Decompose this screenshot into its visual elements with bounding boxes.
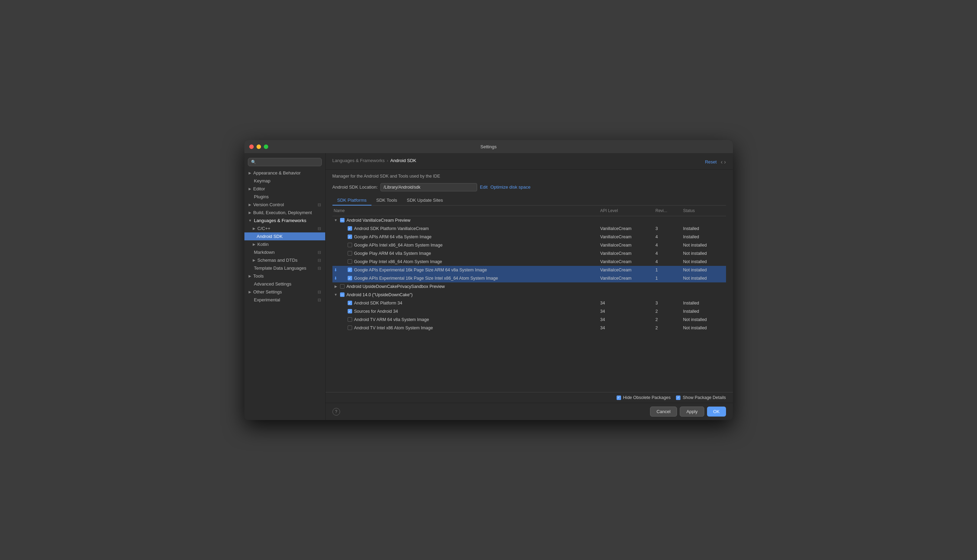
sidebar-item-appearance[interactable]: ▶ Appearance & Behavior xyxy=(244,169,325,177)
row-checkbox[interactable]: ✓ xyxy=(348,276,352,280)
sidebar-item-editor[interactable]: ▶ Editor xyxy=(244,185,325,193)
row-name: Android UpsideDownCakePrivacySandbox Pre… xyxy=(346,284,445,289)
chevron-icon: ▶ xyxy=(253,227,256,230)
table-row[interactable]: ⬇ ✓ Google APIs Experimental 16k Page Si… xyxy=(333,274,726,282)
sidebar-item-keymap[interactable]: Keymap xyxy=(244,177,325,185)
tab-sdk-platforms[interactable]: SDK Platforms xyxy=(333,195,371,205)
sidebar-item-build[interactable]: ▶ Build, Execution, Deployment xyxy=(244,208,325,217)
table-row[interactable]: ▼ — Android VanillaIceCream Preview xyxy=(333,216,726,225)
sidebar-item-version-control[interactable]: ▶ Version Control ⊟ xyxy=(244,201,325,208)
row-rev: 4 xyxy=(656,235,683,239)
search-input[interactable] xyxy=(258,160,319,165)
table-row[interactable]: ✓ Sources for Android 34 34 2 Installed xyxy=(333,307,726,315)
row-name: Google Play ARM 64 v8a System Image xyxy=(354,251,431,256)
row-checkbox[interactable]: ✓ xyxy=(348,309,352,313)
edit-button[interactable]: Edit xyxy=(480,185,487,190)
footer-buttons: Cancel Apply OK xyxy=(650,407,726,417)
sidebar-item-android-sdk[interactable]: Android SDK xyxy=(244,232,325,240)
sidebar-item-advanced[interactable]: Advanced Settings xyxy=(244,280,325,288)
table-row[interactable]: ⬇ ✓ Google APIs Experimental 16k Page Si… xyxy=(333,266,726,274)
table-row[interactable]: ▶ Android UpsideDownCakePrivacySandbox P… xyxy=(333,282,726,291)
name-cell: ✓ Google APIs ARM 64 v8a System Image xyxy=(334,235,601,239)
sdk-location-row: Android SDK Location: Edit Optimize disk… xyxy=(333,183,726,192)
sidebar-item-label: Other Settings xyxy=(253,289,282,295)
name-cell: ✓ Android SDK Platform 34 xyxy=(334,301,601,305)
minimize-button[interactable] xyxy=(256,145,261,149)
tab-sdk-update-sites[interactable]: SDK Update Sites xyxy=(402,195,448,205)
name-cell: ✓ Android SDK Platform VanillaIceCream xyxy=(334,226,601,231)
expand-icon[interactable]: ▶ xyxy=(334,285,338,288)
apply-button[interactable]: Apply xyxy=(680,407,704,417)
row-rev: 3 xyxy=(656,226,683,231)
group-checkbox[interactable] xyxy=(340,284,345,288)
window-icon: ⊟ xyxy=(318,298,321,302)
table-row[interactable]: ▼ — Android 14.0 ("UpsideDownCake") xyxy=(333,291,726,299)
table-row[interactable]: Android TV Intel x86 Atom System Image 3… xyxy=(333,324,726,332)
table-row[interactable]: ✓ Google APIs ARM 64 v8a System Image Va… xyxy=(333,233,726,241)
sidebar-item-template[interactable]: Template Data Languages ⊟ xyxy=(244,264,325,272)
sidebar-item-other[interactable]: ▶ Other Settings ⊟ xyxy=(244,288,325,296)
name-cell: ⬇ ✓ Google APIs Experimental 16k Page Si… xyxy=(334,268,601,272)
name-cell: Google APIs Intel x86_64 Atom System Ima… xyxy=(334,243,601,248)
row-name: Google APIs ARM 64 v8a System Image xyxy=(354,235,432,239)
reset-button[interactable]: Reset xyxy=(705,159,717,165)
row-checkbox[interactable] xyxy=(348,317,352,322)
sidebar-item-schemas[interactable]: ▶ Schemas and DTDs ⊟ xyxy=(244,256,325,264)
row-checkbox[interactable]: ✓ xyxy=(348,235,352,239)
chevron-icon: ▶ xyxy=(249,211,251,215)
maximize-button[interactable] xyxy=(264,145,268,149)
forward-button[interactable]: › xyxy=(724,159,726,165)
show-package-option[interactable]: ✓ Show Package Details xyxy=(676,395,726,400)
cancel-button[interactable]: Cancel xyxy=(650,407,677,417)
optimize-disk-button[interactable]: Optimize disk space xyxy=(490,185,530,190)
table-row[interactable]: ✓ Android SDK Platform VanillaIceCream V… xyxy=(333,225,726,233)
row-checkbox[interactable] xyxy=(348,251,352,255)
window-icon: ⊟ xyxy=(318,226,321,231)
row-api: VanillaIceCream xyxy=(601,226,656,231)
back-button[interactable]: ‹ xyxy=(721,159,723,165)
table-row[interactable]: Android TV ARM 64 v8a System Image 34 2 … xyxy=(333,315,726,324)
close-button[interactable] xyxy=(249,145,254,149)
expand-icon[interactable]: ▼ xyxy=(334,218,338,222)
ok-button[interactable]: OK xyxy=(707,407,726,417)
sidebar-item-markdown[interactable]: Markdown ⊟ xyxy=(244,248,325,256)
sidebar-item-label: Android SDK xyxy=(257,234,283,239)
table-row[interactable]: Google APIs Intel x86_64 Atom System Ima… xyxy=(333,241,726,249)
sdk-location-input[interactable] xyxy=(380,183,477,192)
sidebar-item-languages[interactable]: ▼ Languages & Frameworks xyxy=(244,217,325,225)
group-checkbox[interactable]: — xyxy=(340,292,345,297)
sidebar-item-label: Plugins xyxy=(254,194,269,199)
table-row[interactable]: Google Play ARM 64 v8a System Image Vani… xyxy=(333,249,726,258)
row-checkbox[interactable] xyxy=(348,325,352,330)
hide-obsolete-label: Hide Obsolete Packages xyxy=(623,395,671,400)
row-name: Android 14.0 ("UpsideDownCake") xyxy=(346,292,413,297)
hide-obsolete-option[interactable]: ✓ Hide Obsolete Packages xyxy=(617,395,671,400)
row-checkbox[interactable]: ✓ xyxy=(348,226,352,231)
expand-icon[interactable]: ▼ xyxy=(334,293,338,297)
row-rev: 2 xyxy=(656,309,683,314)
row-api: 34 xyxy=(601,301,656,305)
row-name: Android SDK Platform VanillaIceCream xyxy=(354,226,429,231)
row-api: VanillaIceCream xyxy=(601,268,656,272)
show-package-checkbox[interactable]: ✓ xyxy=(676,395,681,400)
row-checkbox[interactable]: ✓ xyxy=(348,268,352,272)
row-checkbox[interactable] xyxy=(348,243,352,247)
col-status: Status xyxy=(683,208,724,213)
sidebar-item-tools[interactable]: ▶ Tools xyxy=(244,272,325,280)
row-checkbox[interactable]: ✓ xyxy=(348,301,352,305)
sidebar-item-experimental[interactable]: Experimental ⊟ xyxy=(244,296,325,304)
row-checkbox[interactable] xyxy=(348,259,352,264)
group-checkbox[interactable]: — xyxy=(340,218,345,222)
sidebar-item-cplusplus[interactable]: ▶ C/C++ ⊟ xyxy=(244,225,325,232)
table-row[interactable]: Google Play Intel x86_64 Atom System Ima… xyxy=(333,258,726,266)
sidebar-item-plugins[interactable]: Plugins xyxy=(244,193,325,201)
sidebar-item-kotlin[interactable]: ▶ Kotlin xyxy=(244,240,325,248)
table-row[interactable]: ✓ Android SDK Platform 34 34 3 Installed xyxy=(333,299,726,307)
tab-sdk-tools[interactable]: SDK Tools xyxy=(371,195,402,205)
row-status: Not installed xyxy=(683,251,724,256)
search-box[interactable]: 🔍 xyxy=(248,158,322,166)
row-rev: 4 xyxy=(656,251,683,256)
sidebar-item-label: Tools xyxy=(253,273,264,278)
help-button[interactable]: ? xyxy=(333,408,340,415)
hide-obsolete-checkbox[interactable]: ✓ xyxy=(617,395,621,400)
